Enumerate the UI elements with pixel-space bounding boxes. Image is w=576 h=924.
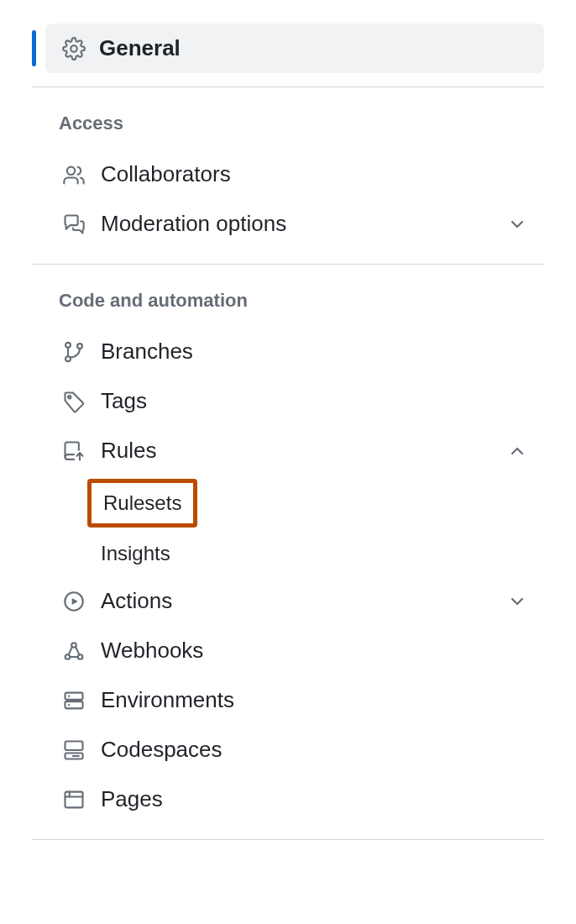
people-icon <box>62 163 86 186</box>
sidebar-item-environments[interactable]: Environments <box>32 675 544 725</box>
rules-label: Rules <box>101 438 492 464</box>
sidebar-item-moderation[interactable]: Moderation options <box>32 199 544 249</box>
rulesets-label: Rulesets <box>103 491 181 514</box>
server-icon <box>62 689 86 712</box>
sidebar-item-codespaces[interactable]: Codespaces <box>32 725 544 774</box>
repo-push-icon <box>62 439 86 463</box>
play-circle-icon <box>62 590 86 613</box>
moderation-label: Moderation options <box>101 211 492 237</box>
svg-marker-7 <box>72 597 78 604</box>
tag-icon <box>62 390 86 413</box>
svg-point-5 <box>68 396 71 398</box>
sidebar-item-branches[interactable]: Branches <box>32 327 544 376</box>
sidebar-item-rules[interactable]: Rules <box>32 426 544 475</box>
sidebar-item-general[interactable]: General <box>32 24 544 73</box>
codespaces-icon <box>62 738 86 762</box>
browser-icon <box>62 788 86 811</box>
chevron-down-icon <box>507 214 527 234</box>
codespaces-label: Codespaces <box>101 737 527 763</box>
svg-rect-12 <box>65 701 83 708</box>
section-title-access: Access <box>32 87 544 150</box>
tags-label: Tags <box>101 388 527 414</box>
webhooks-label: Webhooks <box>101 638 527 664</box>
environments-label: Environments <box>101 687 527 713</box>
svg-point-1 <box>67 166 75 174</box>
collaborators-label: Collaborators <box>101 161 527 187</box>
pages-label: Pages <box>101 786 527 812</box>
svg-rect-15 <box>65 741 83 750</box>
active-indicator <box>32 30 36 66</box>
general-label: General <box>99 35 181 61</box>
gear-icon <box>62 37 86 60</box>
sidebar-item-collaborators[interactable]: Collaborators <box>32 150 544 199</box>
svg-rect-11 <box>65 692 83 699</box>
webhook-icon <box>62 639 86 663</box>
chevron-up-icon <box>507 441 527 461</box>
actions-label: Actions <box>101 588 492 614</box>
svg-point-13 <box>68 695 70 696</box>
divider <box>32 839 544 840</box>
section-title-code: Code and automation <box>32 265 544 327</box>
svg-point-14 <box>68 704 70 706</box>
comment-discussion-icon <box>62 213 86 236</box>
sidebar-subitem-insights[interactable]: Insights <box>32 531 544 576</box>
sidebar-item-webhooks[interactable]: Webhooks <box>32 626 544 675</box>
sidebar-subitem-rulesets[interactable]: Rulesets <box>87 479 197 528</box>
sidebar-item-pages[interactable]: Pages <box>32 774 544 824</box>
sidebar-item-tags[interactable]: Tags <box>32 376 544 426</box>
svg-rect-18 <box>65 791 83 807</box>
git-branch-icon <box>62 340 86 364</box>
insights-label: Insights <box>101 542 170 564</box>
sidebar-item-actions[interactable]: Actions <box>32 576 544 626</box>
chevron-down-icon <box>507 591 527 612</box>
branches-label: Branches <box>101 339 527 365</box>
svg-point-0 <box>71 45 76 51</box>
